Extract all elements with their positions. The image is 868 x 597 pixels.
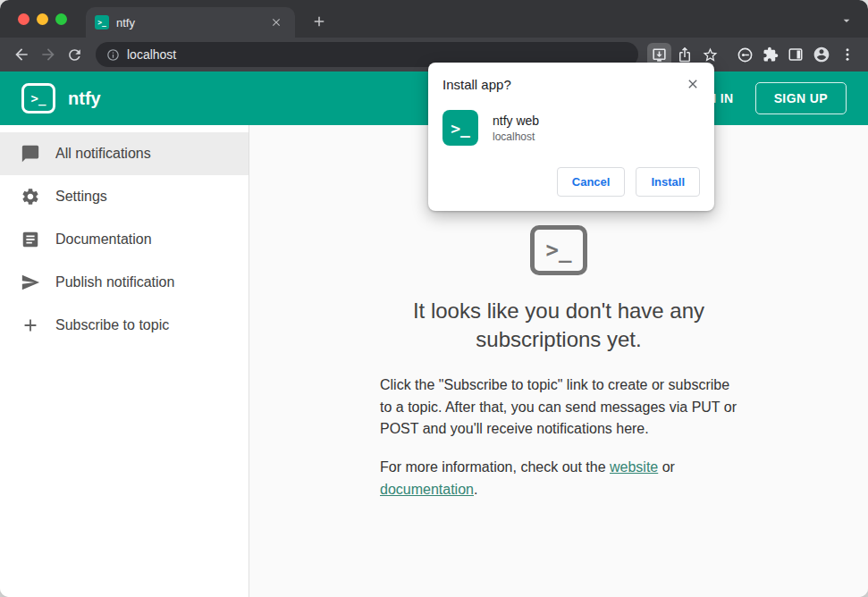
tab-close-icon[interactable] (266, 13, 286, 32)
extensions-puzzle-icon[interactable] (759, 43, 782, 66)
zoom-window-button[interactable] (55, 13, 67, 25)
browser-window: >_ ntfy localhost (0, 0, 868, 597)
more-prefix: For more information, check out the (380, 459, 610, 475)
sidebar-item-label: Documentation (55, 231, 152, 248)
password-manager-icon[interactable] (733, 43, 757, 67)
ntfy-favicon-icon: >_ (95, 15, 109, 29)
cancel-button[interactable]: Cancel (557, 167, 626, 197)
browser-menu-icon[interactable] (836, 43, 859, 66)
send-icon (20, 273, 41, 292)
more-suffix: . (474, 482, 477, 497)
article-icon (20, 230, 41, 249)
sidebar-item-documentation[interactable]: Documentation (0, 218, 249, 261)
ntfy-app-icon: >_ (442, 110, 478, 146)
chat-icon (20, 144, 41, 164)
sidebar-item-label: Publish notification (55, 274, 174, 290)
traffic-lights (18, 13, 67, 25)
ntfy-logo-icon[interactable]: >_ (21, 83, 55, 114)
side-panel-icon[interactable] (784, 43, 807, 66)
back-button[interactable] (9, 42, 34, 67)
empty-state-heading: It looks like you don't have any subscri… (362, 297, 755, 355)
sidebar-item-publish-notification[interactable]: Publish notification (0, 261, 249, 304)
dialog-app-info: ntfy web localhost (493, 114, 539, 143)
forward-button[interactable] (36, 42, 61, 67)
dialog-close-icon[interactable] (682, 73, 704, 95)
sidebar-item-label: All notifications (55, 146, 151, 162)
install-button[interactable]: Install (636, 167, 700, 197)
app-title: ntfy (68, 88, 101, 109)
dialog-app-name: ntfy web (493, 114, 539, 128)
documentation-link[interactable]: documentation (380, 482, 474, 497)
sidebar-item-label: Subscribe to topic (55, 317, 169, 333)
dialog-actions: Cancel Install (442, 167, 700, 197)
sidebar-item-subscribe-to-topic[interactable]: Subscribe to topic (0, 304, 249, 347)
ntfy-empty-state-logo-icon: >_ (530, 225, 587, 275)
browser-tab[interactable]: >_ ntfy (86, 7, 295, 38)
minimize-window-button[interactable] (37, 13, 48, 25)
website-link[interactable]: website (610, 459, 658, 475)
gear-icon (20, 187, 41, 206)
sidebar-item-settings[interactable]: Settings (0, 175, 249, 218)
sidebar-item-label: Settings (55, 189, 107, 205)
tab-title: ntfy (116, 16, 259, 29)
close-window-button[interactable] (18, 13, 29, 25)
sign-up-button[interactable]: SIGN UP (755, 82, 847, 114)
install-app-dialog: Install app? >_ ntfy web localhost Cance… (428, 63, 714, 211)
site-info-icon[interactable] (106, 48, 120, 62)
sidebar-item-all-notifications[interactable]: All notifications (0, 132, 249, 175)
tab-search-chevron-icon[interactable] (836, 10, 857, 31)
tab-strip: >_ ntfy (0, 0, 868, 38)
more-middle: or (658, 459, 675, 475)
profile-avatar[interactable] (809, 42, 834, 67)
sidebar: All notifications Settings Documentation… (0, 125, 249, 597)
empty-state-body: Click the "Subscribe to topic" link to c… (380, 374, 737, 441)
new-tab-button[interactable] (308, 10, 331, 33)
dialog-app-row: >_ ntfy web localhost (442, 110, 700, 146)
dialog-title: Install app? (442, 77, 700, 92)
plus-icon (20, 315, 41, 335)
reload-button[interactable] (63, 43, 87, 67)
url-text: localhost (127, 47, 176, 62)
empty-state-more: For more information, check out the webs… (380, 457, 737, 501)
dialog-app-origin: localhost (493, 130, 539, 143)
